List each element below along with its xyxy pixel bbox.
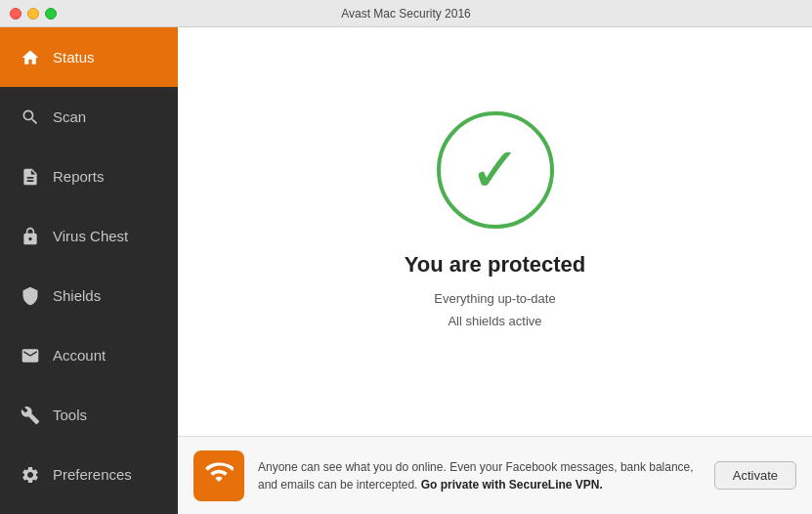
tools-icon bbox=[20, 405, 41, 426]
sidebar-item-shields[interactable]: Shields bbox=[0, 266, 178, 325]
status-subtitle: Everything up-to-date All shields active bbox=[434, 287, 555, 333]
status-circle: ✓ bbox=[437, 111, 554, 229]
vpn-icon-box bbox=[193, 450, 244, 501]
sidebar-label-scan: Scan bbox=[53, 108, 86, 125]
titlebar: Avast Mac Security 2016 bbox=[0, 0, 812, 27]
scan-icon bbox=[20, 107, 41, 128]
content-area: ✓ You are protected Everything up-to-dat… bbox=[178, 27, 812, 514]
home-icon bbox=[20, 47, 41, 68]
sidebar-label-status: Status bbox=[53, 49, 95, 65]
sidebar-label-tools: Tools bbox=[53, 407, 87, 423]
sidebar-label-shields: Shields bbox=[53, 287, 101, 304]
preferences-icon bbox=[20, 464, 41, 486]
app-body: Status Scan Reports bbox=[0, 27, 812, 514]
shields-icon bbox=[20, 285, 41, 307]
sidebar-label-virus-chest: Virus Chest bbox=[53, 228, 128, 244]
sidebar-item-status[interactable]: Status bbox=[0, 27, 178, 87]
sidebar-item-virus-chest[interactable]: Virus Chest bbox=[0, 206, 178, 266]
vpn-banner: Anyone can see what you do online. Even … bbox=[178, 436, 812, 514]
vpn-description: Anyone can see what you do online. Even … bbox=[258, 458, 701, 493]
account-icon bbox=[20, 345, 41, 366]
main-status-panel: ✓ You are protected Everything up-to-dat… bbox=[178, 27, 812, 436]
checkmark-icon: ✓ bbox=[469, 139, 522, 201]
reports-icon bbox=[20, 166, 41, 188]
sidebar-label-reports: Reports bbox=[53, 168, 105, 185]
sidebar-item-account[interactable]: Account bbox=[0, 325, 178, 385]
sidebar: Status Scan Reports bbox=[0, 27, 178, 514]
sidebar-item-preferences[interactable]: Preferences bbox=[0, 445, 178, 504]
sidebar-item-scan[interactable]: Scan bbox=[0, 87, 178, 147]
sidebar-item-reports[interactable]: Reports bbox=[0, 147, 178, 206]
traffic-lights bbox=[10, 8, 57, 20]
window-title: Avast Mac Security 2016 bbox=[341, 7, 471, 21]
maximize-button[interactable] bbox=[45, 8, 57, 20]
activate-button[interactable]: Activate bbox=[714, 461, 796, 490]
virus-chest-icon bbox=[20, 226, 41, 247]
minimize-button[interactable] bbox=[27, 8, 39, 20]
close-button[interactable] bbox=[10, 8, 21, 20]
status-title: You are protected bbox=[405, 252, 585, 278]
vpn-wifi-icon bbox=[204, 457, 234, 493]
sidebar-label-account: Account bbox=[53, 347, 106, 364]
sidebar-label-preferences: Preferences bbox=[53, 466, 132, 483]
sidebar-item-tools[interactable]: Tools bbox=[0, 385, 178, 445]
